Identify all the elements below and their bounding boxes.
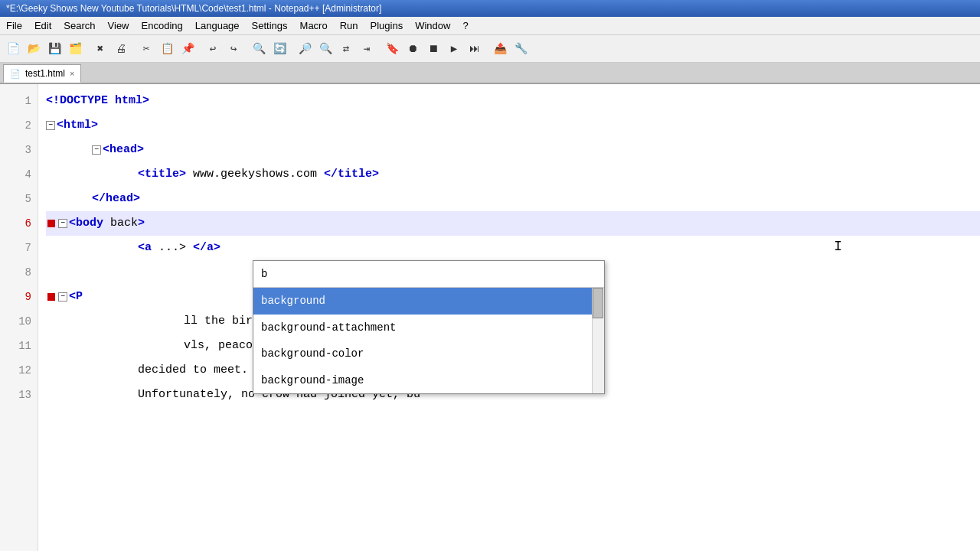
toolbar-print[interactable]: 🖨 bbox=[111, 39, 131, 59]
line6-attr: back bbox=[103, 214, 138, 233]
toolbar-new[interactable]: 📄 bbox=[3, 39, 23, 59]
menu-encoding[interactable]: Encoding bbox=[136, 17, 189, 34]
line-num-9: 9 bbox=[6, 285, 31, 309]
line-num-11: 11 bbox=[6, 334, 31, 358]
line-num-8: 8 bbox=[6, 260, 31, 285]
line7-dots: ...> bbox=[152, 239, 186, 257]
tab-close-button[interactable]: × bbox=[70, 69, 74, 78]
toolbar-wrap[interactable]: ⇥ bbox=[357, 39, 377, 59]
tab-filename: test1.html bbox=[25, 68, 65, 79]
line6-tag-close: > bbox=[138, 214, 145, 233]
code-area: 1 2 3 4 5 6 7 8 9 10 11 12 13 <!DOCTYPE … bbox=[0, 84, 980, 551]
line-num-3: 3 bbox=[6, 138, 31, 162]
line-numbers: 1 2 3 4 5 6 7 8 9 10 11 12 13 bbox=[0, 84, 38, 551]
line7-a-close: </a> bbox=[193, 239, 220, 257]
toolbar-paste[interactable]: 📌 bbox=[178, 39, 198, 59]
line7-a-open: <a bbox=[138, 239, 152, 257]
tab-icon: 📄 bbox=[10, 69, 21, 79]
toolbar-save[interactable]: 💾 bbox=[44, 39, 64, 59]
line3-content: <head> bbox=[103, 141, 144, 159]
toolbar-open[interactable]: 📂 bbox=[24, 39, 44, 59]
autocomplete-scroll-thumb bbox=[593, 288, 603, 318]
autocomplete-item-1[interactable]: background-attachment bbox=[253, 315, 604, 341]
toolbar-cut[interactable]: ✂ bbox=[136, 39, 156, 59]
code-line-3: − <head> bbox=[46, 138, 980, 162]
code-content[interactable]: <!DOCTYPE html> − <html> − <head> <title… bbox=[38, 84, 980, 551]
autocomplete-scrollbar[interactable] bbox=[592, 288, 604, 393]
autocomplete-item-3[interactable]: background-image bbox=[253, 367, 604, 393]
collapse-3[interactable]: − bbox=[92, 145, 101, 155]
line-num-12: 12 bbox=[6, 358, 31, 383]
line2-content: <html> bbox=[57, 116, 98, 135]
menu-run[interactable]: Run bbox=[334, 17, 364, 34]
toolbar-zoom-out[interactable]: 🔍 bbox=[315, 39, 335, 59]
code-line-1: <!DOCTYPE html> bbox=[46, 89, 980, 113]
menu-search[interactable]: Search bbox=[57, 17, 101, 34]
toolbar-undo[interactable]: ↩ bbox=[203, 39, 223, 59]
line4-tag-close: </title> bbox=[324, 165, 379, 184]
toolbar-copy[interactable]: 📋 bbox=[157, 39, 177, 59]
collapse-2[interactable]: − bbox=[46, 121, 55, 130]
toolbar-find[interactable]: 🔍 bbox=[249, 39, 269, 59]
code-line-5: </head> bbox=[46, 187, 980, 211]
autocomplete-dropdown: b background background-attachment backg… bbox=[253, 260, 605, 394]
line-num-7: 7 bbox=[6, 236, 31, 260]
line5-content: </head> bbox=[92, 190, 140, 208]
breakpoint-6 bbox=[47, 220, 55, 227]
menu-view[interactable]: View bbox=[102, 17, 136, 34]
toolbar-macro-run[interactable]: ⏭ bbox=[465, 39, 485, 59]
toolbar-redo[interactable]: ↪ bbox=[224, 39, 243, 59]
menu-plugins[interactable]: Plugins bbox=[364, 17, 410, 34]
menu-bar: File Edit Search View Encoding Language … bbox=[0, 17, 980, 35]
line-num-4: 4 bbox=[6, 162, 31, 187]
autocomplete-item-0[interactable]: background bbox=[253, 288, 604, 314]
collapse-6[interactable]: − bbox=[58, 219, 67, 228]
line-num-6: 6 bbox=[6, 211, 31, 236]
line4-text: www.geekyshows.com bbox=[186, 165, 324, 184]
menu-edit[interactable]: Edit bbox=[28, 17, 57, 34]
line4-tag-open: <title> bbox=[138, 165, 186, 184]
menu-file[interactable]: File bbox=[0, 17, 28, 34]
collapse-9[interactable]: − bbox=[58, 292, 67, 302]
tab-test1[interactable]: 📄 test1.html × bbox=[3, 64, 81, 83]
autocomplete-item-2[interactable]: background-color bbox=[253, 341, 604, 367]
title-text: *E:\Geeky Shows New Youtube Tutorials\HT… bbox=[6, 3, 381, 14]
toolbar-macro-stop[interactable]: ⏹ bbox=[423, 39, 443, 59]
line-num-13: 13 bbox=[6, 383, 31, 407]
line-num-1: 1 bbox=[6, 89, 31, 113]
title-bar: *E:\Geeky Shows New Youtube Tutorials\HT… bbox=[0, 0, 980, 17]
code-line-4: <title> www.geekyshows.com </title> bbox=[46, 162, 980, 187]
code-line-6: − <body back > bbox=[46, 211, 980, 236]
toolbar-extra[interactable]: 🔧 bbox=[511, 39, 531, 59]
line7-text bbox=[186, 239, 193, 257]
toolbar: 📄 📂 💾 🗂️ ✖ 🖨 ✂ 📋 📌 ↩ ↪ 🔍 🔄 🔎 🔍 ⇄ ⇥ 🔖 ⏺ ⏹… bbox=[0, 35, 980, 63]
tab-bar: 📄 test1.html × bbox=[0, 63, 980, 84]
autocomplete-search-input: b bbox=[253, 261, 604, 288]
code-line-7: <a ...> </a> bbox=[46, 236, 980, 260]
line9-content: <P bbox=[69, 288, 83, 306]
autocomplete-typed-text: b bbox=[261, 266, 267, 282]
line-num-5: 5 bbox=[6, 187, 31, 211]
toolbar-close[interactable]: ✖ bbox=[90, 39, 110, 59]
autocomplete-list: background background-attachment backgro… bbox=[253, 288, 604, 393]
toolbar-bookmark[interactable]: 🔖 bbox=[382, 39, 402, 59]
toolbar-launch[interactable]: 📤 bbox=[490, 39, 510, 59]
toolbar-save-all[interactable]: 🗂️ bbox=[65, 39, 85, 59]
toolbar-macro-play[interactable]: ▶ bbox=[444, 39, 464, 59]
menu-settings[interactable]: Settings bbox=[246, 17, 294, 34]
line-num-2: 2 bbox=[6, 113, 31, 138]
toolbar-zoom-in[interactable]: 🔎 bbox=[295, 39, 315, 59]
line1-content: <!DOCTYPE html> bbox=[46, 92, 149, 110]
toolbar-replace[interactable]: 🔄 bbox=[270, 39, 289, 59]
code-line-2: − <html> bbox=[46, 113, 980, 138]
line-num-10: 10 bbox=[6, 309, 31, 334]
toolbar-macro-rec[interactable]: ⏺ bbox=[403, 39, 423, 59]
menu-macro[interactable]: Macro bbox=[294, 17, 334, 34]
breakpoint-9 bbox=[47, 293, 55, 301]
toolbar-sync[interactable]: ⇄ bbox=[336, 39, 356, 59]
line6-tag-open: <body bbox=[69, 214, 103, 233]
menu-window[interactable]: Window bbox=[409, 17, 456, 34]
menu-help[interactable]: ? bbox=[456, 17, 474, 34]
menu-language[interactable]: Language bbox=[189, 17, 246, 34]
